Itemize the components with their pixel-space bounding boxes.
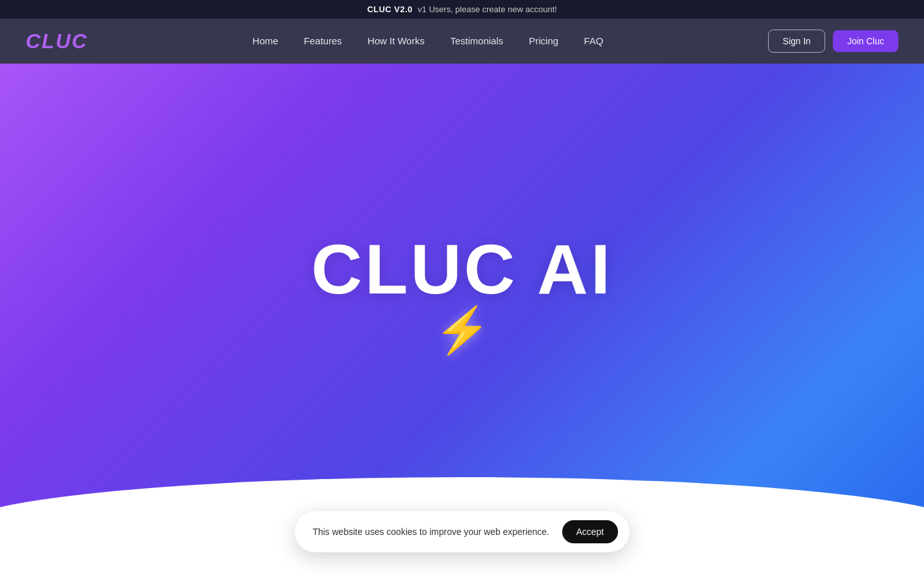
nav-item-pricing[interactable]: Pricing (529, 35, 558, 47)
hero-content: CLUC AI ⚡ (311, 234, 613, 353)
cookie-accept-button[interactable]: Accept (562, 520, 618, 543)
nav-item-testimonials[interactable]: Testimonials (450, 35, 504, 47)
nav-item-features[interactable]: Features (304, 35, 342, 47)
nav-links: Home Features How It Works Testimonials … (253, 35, 604, 47)
join-button[interactable]: Join Cluc (833, 30, 898, 52)
cookie-banner: This website uses cookies to improve you… (295, 511, 629, 552)
signin-button[interactable]: Sign In (768, 30, 826, 53)
nav-link-pricing[interactable]: Pricing (529, 35, 558, 46)
nav-buttons: Sign In Join Cluc (768, 30, 898, 53)
cookie-message: This website uses cookies to improve you… (312, 527, 549, 537)
nav-link-how-it-works[interactable]: How It Works (368, 35, 425, 46)
navbar: CLUC Home Features How It Works Testimon… (0, 19, 924, 64)
announcement-bar: CLUC V2.0 v1 Users, please create new ac… (0, 0, 924, 19)
nav-link-faq[interactable]: FAQ (584, 35, 603, 46)
hero-section: CLUC AI ⚡ (0, 64, 924, 574)
nav-item-home[interactable]: Home (253, 35, 278, 47)
logo[interactable]: CLUC (26, 30, 88, 53)
version-badge: CLUC V2.0 (367, 4, 413, 14)
nav-item-how-it-works[interactable]: How It Works (368, 35, 425, 47)
lightning-icon: ⚡ (434, 308, 490, 353)
nav-link-features[interactable]: Features (304, 35, 342, 46)
nav-link-testimonials[interactable]: Testimonials (450, 35, 504, 46)
nav-link-home[interactable]: Home (253, 35, 278, 46)
nav-item-faq[interactable]: FAQ (584, 35, 603, 47)
hero-title: CLUC AI (311, 234, 613, 304)
announcement-text: v1 Users, please create new account! (418, 4, 557, 14)
